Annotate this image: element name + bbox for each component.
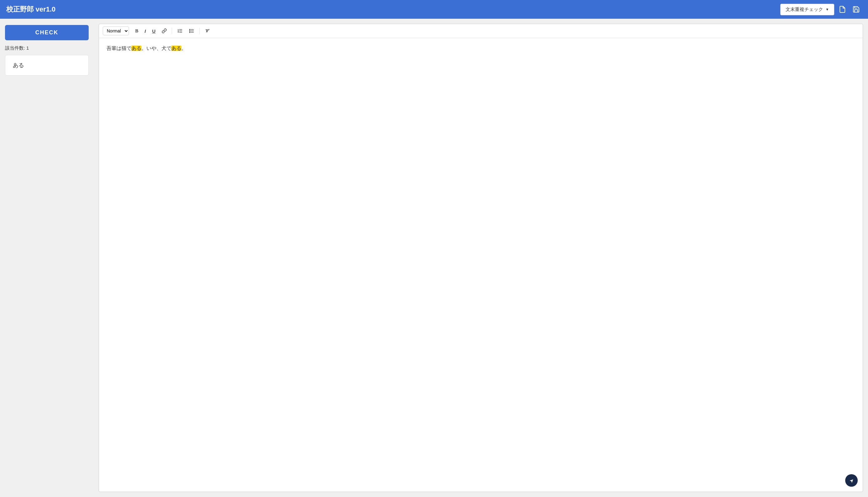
text-middle: 。いや、犬で — [141, 46, 171, 51]
unordered-list-button[interactable] — [186, 27, 197, 35]
save-icon-button[interactable] — [851, 4, 862, 15]
save-icon — [852, 5, 860, 13]
bold-button[interactable]: B — [133, 27, 141, 35]
toolbar-divider-1 — [172, 28, 172, 34]
highlight-1: ある — [131, 46, 141, 51]
paragraph-style-select[interactable]: Normal — [103, 27, 129, 35]
svg-point-6 — [189, 29, 190, 30]
svg-point-7 — [189, 31, 190, 31]
file-icon — [839, 5, 846, 13]
result-count: 該当件数: 1 — [5, 45, 89, 51]
underline-label: U — [152, 28, 156, 34]
editor-toolbar: Normal B I U — [99, 24, 863, 38]
editor-content[interactable]: 吾輩は猫である。いや、犬である。 — [99, 38, 863, 492]
editor-paragraph: 吾輩は猫である。いや、犬である。 — [106, 44, 855, 53]
underline-button[interactable]: U — [150, 27, 158, 35]
check-button[interactable]: CHECK — [5, 25, 89, 40]
sidebar: CHECK 該当件数: 1 ある — [0, 19, 94, 497]
floating-icon: ➤ — [848, 477, 855, 484]
link-icon — [162, 28, 167, 33]
editor-area: Normal B I U — [94, 19, 868, 497]
app-header: 校正野郎 ver1.0 文末重複チェック — [0, 0, 868, 19]
mode-dropdown[interactable]: 文末重複チェック — [780, 4, 834, 15]
clear-format-button[interactable] — [202, 27, 213, 35]
editor-container: Normal B I U — [99, 24, 863, 492]
text-prefix: 吾輩は猫で — [106, 46, 131, 51]
text-suffix: 。 — [181, 46, 186, 51]
clear-format-icon — [205, 28, 211, 34]
link-button[interactable] — [159, 27, 169, 35]
floating-action-button[interactable]: ➤ — [845, 474, 858, 487]
mode-dropdown-label: 文末重複チェック — [786, 6, 823, 13]
ordered-list-icon — [177, 28, 183, 34]
main-layout: CHECK 該当件数: 1 ある Normal B I U — [0, 19, 868, 497]
italic-button[interactable]: I — [142, 27, 148, 35]
highlight-2: ある — [171, 46, 181, 51]
svg-point-8 — [189, 32, 190, 32]
bold-label: B — [135, 28, 138, 34]
italic-label: I — [145, 28, 146, 34]
header-actions: 文末重複チェック — [780, 4, 862, 15]
result-item: ある — [5, 55, 89, 75]
ordered-list-button[interactable] — [174, 27, 185, 35]
file-icon-button[interactable] — [837, 4, 848, 15]
app-title: 校正野郎 ver1.0 — [6, 5, 56, 14]
unordered-list-icon — [189, 28, 195, 34]
